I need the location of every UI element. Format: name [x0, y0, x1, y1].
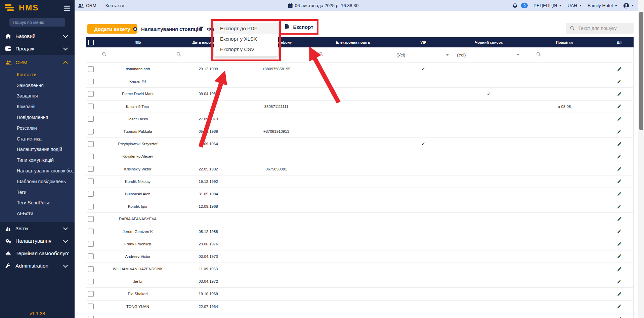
edit-row-button[interactable]: [617, 104, 622, 109]
blacklist-checkmark-icon: ✓: [487, 91, 491, 96]
edit-row-button[interactable]: [617, 229, 622, 234]
row-checkbox[interactable]: [88, 253, 94, 259]
row-checkbox[interactable]: [88, 291, 94, 297]
edit-row-button[interactable]: [617, 216, 622, 222]
row-checkbox[interactable]: [88, 229, 94, 234]
row-checkbox[interactable]: [88, 91, 94, 97]
row-checkbox[interactable]: [88, 316, 94, 318]
sidebar-item-communication-types[interactable]: Типи комунікацій: [0, 155, 75, 165]
edit-row-button[interactable]: [617, 204, 622, 209]
edit-row-button[interactable]: [617, 254, 622, 259]
sidebar-item-administration[interactable]: Administration: [0, 260, 75, 272]
sidebar-item-orders[interactable]: Замовлення: [0, 80, 75, 91]
row-checkbox[interactable]: [88, 216, 94, 222]
edit-row-button[interactable]: [617, 79, 622, 84]
edit-row-button[interactable]: [617, 304, 622, 309]
sidebar-item-ai-bots[interactable]: AI-Боти: [0, 208, 75, 219]
edit-row-button[interactable]: [617, 129, 622, 134]
column-header-name[interactable]: ПІБ: [99, 40, 176, 44]
table-search[interactable]: [566, 23, 634, 34]
sidebar-item-event-settings[interactable]: Налаштування подій: [0, 144, 75, 155]
export-button[interactable]: Експорт: [279, 19, 318, 35]
edit-row-button[interactable]: [617, 279, 622, 284]
blacklist-filter-select[interactable]: (Усі): [454, 52, 524, 57]
row-checkbox[interactable]: [88, 66, 94, 72]
sidebar-item-statistics[interactable]: Статистика: [0, 133, 75, 144]
name-filter-search-icon[interactable]: [102, 52, 107, 58]
row-checkbox[interactable]: [88, 79, 94, 84]
hotel-menu[interactable]: Family Hotel: [588, 3, 617, 8]
sidebar-item-contacts[interactable]: Контакти: [0, 69, 75, 80]
select-all-checkbox[interactable]: [88, 40, 94, 45]
row-checkbox[interactable]: [88, 166, 94, 172]
sidebar-item-bot-buttons-settings[interactable]: Налаштування кнопок бо...: [0, 165, 75, 176]
vip-filter-select[interactable]: (Усі): [393, 52, 454, 57]
row-checkbox[interactable]: [88, 178, 94, 184]
column-header-email[interactable]: Електронна пошта: [312, 40, 393, 44]
sidebar-item-message-templates[interactable]: Шаблони повідомлень: [0, 176, 75, 187]
column-settings-button[interactable]: Налаштування стовпців: [132, 24, 202, 34]
edit-row-button[interactable]: [617, 267, 622, 272]
scrollbar-thumb[interactable]: [639, 12, 643, 130]
cell-name: Клієнт #4: [99, 79, 176, 83]
edit-row-button[interactable]: [617, 179, 622, 184]
row-checkbox[interactable]: [88, 266, 94, 272]
add-contact-button[interactable]: Додати анкету: [87, 24, 137, 34]
vertical-scrollbar[interactable]: [638, 0, 644, 318]
edit-row-button[interactable]: [617, 67, 622, 72]
sidebar-item-terminal[interactable]: Термінал самообслуговува...: [0, 247, 75, 260]
sidebar-collapse-icon[interactable]: [64, 5, 70, 11]
edit-row-button[interactable]: [617, 191, 622, 196]
export-menu-item-export-pdf[interactable]: Експорт до PDF: [214, 23, 278, 34]
edit-row-button[interactable]: [617, 116, 622, 121]
column-header-notes[interactable]: Примітки: [524, 40, 605, 44]
column-header-blacklist[interactable]: Чорний список: [454, 40, 524, 44]
notifications-button[interactable]: 0: [512, 3, 528, 8]
sidebar-item-mailings[interactable]: Розсилки: [0, 123, 75, 133]
sidebar-item-tasks[interactable]: Завдання: [0, 91, 75, 102]
row-checkbox[interactable]: [88, 141, 94, 147]
cell-birthdate: 22.07.1964: [176, 305, 240, 309]
user-menu[interactable]: [623, 3, 634, 9]
row-checkbox[interactable]: [88, 104, 94, 109]
edit-row-button[interactable]: [617, 91, 622, 96]
sidebar-item-crm[interactable]: CRM: [0, 56, 75, 69]
edit-row-button[interactable]: [617, 166, 622, 171]
breadcrumb-section[interactable]: CRM: [86, 3, 96, 8]
cell-birthdate: 27.09.1973: [176, 117, 240, 121]
row-checkbox[interactable]: [88, 154, 94, 159]
edit-row-button[interactable]: [617, 291, 622, 296]
edit-row-button[interactable]: [617, 142, 622, 147]
birthdate-filter-search-icon[interactable]: [176, 52, 181, 58]
edit-row-button[interactable]: [617, 241, 622, 246]
currency-menu[interactable]: UAH: [567, 3, 582, 8]
sidebar-item-tags[interactable]: Теги: [0, 187, 75, 198]
row-checkbox[interactable]: [88, 279, 94, 284]
edit-row-button[interactable]: [617, 154, 622, 159]
cell-vip: ✓: [393, 141, 454, 147]
sidebar-item-messages[interactable]: Повідомлення: [0, 112, 75, 123]
reception-menu[interactable]: РЕЦЕПЦІЯ: [533, 3, 562, 8]
sidebar-item-companies[interactable]: Компанії: [0, 101, 75, 112]
export-menu-item-export-xlsx[interactable]: Експорт у XLSX: [214, 34, 278, 44]
sidebar-item-settings[interactable]: Налаштування: [0, 235, 75, 247]
row-checkbox[interactable]: [88, 129, 94, 134]
row-checkbox[interactable]: [88, 191, 94, 197]
sidebar-search-input[interactable]: [9, 18, 65, 27]
row-checkbox[interactable]: [88, 204, 94, 209]
sidebar-item-sales[interactable]: Продаж: [0, 42, 75, 55]
row-checkbox[interactable]: [88, 241, 94, 247]
sidebar-item-tags-sendpulse[interactable]: Теги SendPulse: [0, 198, 75, 208]
row-checkbox[interactable]: [88, 116, 94, 122]
edit-row-button[interactable]: [617, 316, 622, 318]
sidebar-item-basic[interactable]: Базовий: [0, 30, 75, 42]
row-checkbox[interactable]: [88, 304, 94, 309]
export-menu-item-export-csv[interactable]: Експорт у CSV: [214, 44, 278, 54]
sidebar-item-reports[interactable]: Звіти: [0, 222, 75, 235]
notes-filter-search-icon[interactable]: [536, 52, 541, 58]
email-filter-search-icon[interactable]: [318, 52, 324, 58]
cell-name: Ela Shaked: [99, 292, 176, 296]
table-search-input[interactable]: [578, 25, 630, 31]
column-header-vip[interactable]: VIP: [393, 40, 454, 44]
cell-name: Przybylowski Krzysztof: [99, 142, 176, 146]
